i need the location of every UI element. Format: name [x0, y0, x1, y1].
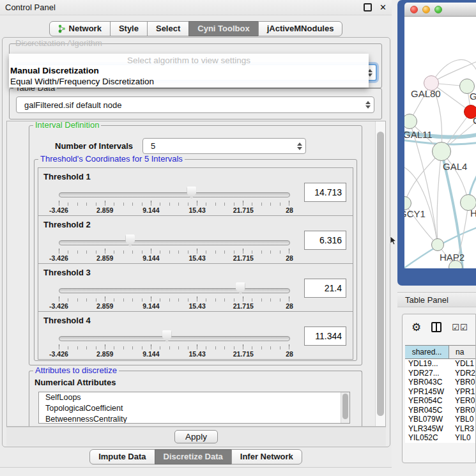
slider-tick-label: 2.859 [96, 206, 113, 214]
window-minimize-icon[interactable] [422, 6, 430, 13]
table-row[interactable]: YDR27...YDR2 [405, 369, 475, 378]
tab-style[interactable]: Style [110, 21, 148, 36]
slider-tick-label: 21.715 [233, 350, 254, 358]
cell-shared-name[interactable]: YDR27... [405, 369, 449, 378]
apply-button[interactable]: Apply [174, 430, 218, 443]
threshold-value-field[interactable]: 21.4 [304, 279, 346, 298]
slider-thumb[interactable] [187, 187, 196, 199]
thresholds-coordinates-title: Threshold's Coordinates for 5 Intervals [38, 155, 185, 164]
window-zoom-icon[interactable] [434, 6, 442, 13]
network-node[interactable] [431, 238, 444, 251]
slider-tick-label: -3.426 [49, 206, 68, 214]
tab-network[interactable]: Network [49, 21, 111, 36]
table-row[interactable]: YLR345WYLR3 [405, 424, 475, 434]
table-data-combobox[interactable]: galFiltered.sif default node [16, 96, 374, 113]
tab-discretize-data[interactable]: Discretize Data [155, 449, 232, 464]
attributes-group-title: Attributes to discretize [33, 366, 119, 375]
attribute-item[interactable]: BetweennessCentrality [39, 414, 349, 424]
slider-tick-labels: -3.4262.8599.14415.4321.71528 [59, 302, 289, 310]
slider-thumb[interactable] [162, 330, 172, 342]
cell-name[interactable]: YBR0 [449, 378, 475, 387]
attribute-item[interactable]: TopologicalCoefficient [39, 403, 349, 414]
table-row[interactable]: YBL079WYBL0 [405, 415, 475, 424]
checkboxes-icon[interactable]: ☑☑ [452, 323, 468, 332]
network-canvas[interactable]: GAL80 G C GAL11 GAL4 GCY1 H HAP2 [404, 17, 476, 268]
cell-name[interactable]: YBL0 [449, 415, 475, 424]
cell-name[interactable]: YER0 [449, 396, 475, 405]
cell-shared-name[interactable]: YPR145W [405, 387, 449, 396]
slider-tick-label: 21.715 [233, 206, 254, 214]
slider-minor-ticks [59, 346, 289, 349]
slider-thumb[interactable] [125, 234, 135, 247]
slider-tick-label: 28 [286, 206, 293, 214]
network-node[interactable] [432, 142, 451, 161]
column-header-shared-name[interactable]: shared... [405, 346, 449, 358]
cell-shared-name[interactable]: YIL052C [405, 433, 449, 442]
slider-thumb[interactable] [236, 282, 245, 295]
gear-icon[interactable]: ⚙ [411, 322, 421, 333]
tab-infer-network[interactable]: Infer Network [231, 449, 302, 464]
cell-name[interactable]: YBR0 [449, 406, 475, 415]
tab-label: jActiveMNodules [267, 24, 334, 33]
slider-tick-label: 2.859 [96, 254, 113, 262]
close-icon[interactable]: ✕ [380, 3, 387, 12]
table-row[interactable]: YIL052CYIL0 [405, 433, 475, 443]
cell-name[interactable]: YIL0 [449, 433, 475, 442]
scrollbar-thumb[interactable] [342, 394, 348, 419]
cell-shared-name[interactable]: YLR345W [405, 424, 449, 433]
column-header-name[interactable]: na [449, 346, 475, 358]
scrollbar-thumb[interactable] [377, 132, 384, 416]
cell-shared-name[interactable]: YDL19... [405, 359, 449, 368]
settings-vertical-scrollbar[interactable] [375, 121, 385, 426]
combo-stepper-icon[interactable] [294, 139, 305, 153]
tab-label: Impute Data [98, 452, 146, 461]
columns-icon[interactable] [431, 322, 441, 332]
table-row[interactable]: YER054CYER0 [405, 396, 475, 406]
tab-cyni-toolbox[interactable]: Cyni Toolbox [188, 21, 258, 36]
slider-tick-label: 28 [286, 350, 293, 358]
slider-tick-label: 28 [286, 254, 293, 262]
table-row[interactable]: YPR145WYPR1 [405, 387, 475, 397]
node-label-partial: C [473, 115, 476, 126]
apply-row: Apply [6, 427, 386, 446]
threshold-label: Threshold 2 [43, 220, 91, 229]
dropdown-option-manual-discretization[interactable]: Manual Discretization [10, 66, 99, 75]
cell-shared-name[interactable]: YBL079W [405, 415, 449, 424]
attributes-list-scrollbar[interactable] [341, 392, 349, 423]
float-window-icon[interactable] [364, 3, 372, 12]
cell-shared-name[interactable]: YBR045C [405, 406, 449, 415]
table-panel-title: Table Panel [405, 295, 449, 305]
combo-stepper-icon[interactable] [362, 97, 374, 112]
cell-shared-name[interactable]: YBR043C [405, 378, 449, 387]
threshold-4-panel: Threshold 4 -3.4262.8599.14415.4321.7152… [38, 311, 353, 360]
attribute-item[interactable]: SelfLoops [39, 392, 349, 403]
window-close-icon[interactable] [410, 6, 418, 13]
discretization-algorithm-group-title: Discretization Algorithm [13, 39, 104, 48]
cell-shared-name[interactable]: YER054C [405, 396, 449, 405]
threshold-value-field[interactable]: 6.316 [304, 231, 346, 250]
table-panel-body: ⚙ ☑☑ shared... na YDL19...YDL1YDR27...YD… [397, 308, 476, 476]
table-row[interactable]: YBR045CYBR0 [405, 406, 475, 415]
table-row[interactable]: YDL19...YDL1 [405, 359, 475, 369]
threshold-2-panel: Threshold 2 -3.4262.8599.14415.4321.7152… [38, 215, 353, 264]
attributes-group: Attributes to discretize Numerical Attri… [29, 371, 362, 427]
number-of-intervals-combobox[interactable]: 5 [142, 138, 306, 154]
tab-jactivemnodules[interactable]: jActiveMNodules [258, 21, 343, 36]
slider-tick-label: 15.43 [188, 350, 205, 358]
tab-impute-data[interactable]: Impute Data [89, 449, 155, 464]
threshold-value-field[interactable]: 14.713 [304, 183, 346, 202]
slider-tick-label: -3.426 [49, 302, 68, 310]
table-header-row: shared... na [405, 345, 475, 359]
numerical-attributes-list[interactable]: SelfLoopsTopologicalCoefficientBetweenne… [38, 392, 350, 424]
dropdown-option-equal-width-frequency[interactable]: Equal Width/Frequency Discretization [10, 77, 154, 86]
threshold-value-field[interactable]: 11.344 [304, 326, 346, 346]
tab-select[interactable]: Select [147, 21, 189, 36]
cell-name[interactable]: YDL1 [449, 359, 475, 368]
cell-name[interactable]: YPR1 [449, 387, 475, 396]
table-row[interactable]: YBR043CYBR0 [405, 378, 475, 387]
cell-name[interactable]: YLR3 [449, 424, 475, 433]
table-data-combobox-value: galFiltered.sif default node [17, 100, 362, 110]
cell-name[interactable]: YDR2 [449, 369, 475, 378]
slider-tick-label: -3.426 [49, 254, 68, 262]
dropdown-placeholder-item[interactable]: Select algorithm to view settings [9, 56, 369, 65]
